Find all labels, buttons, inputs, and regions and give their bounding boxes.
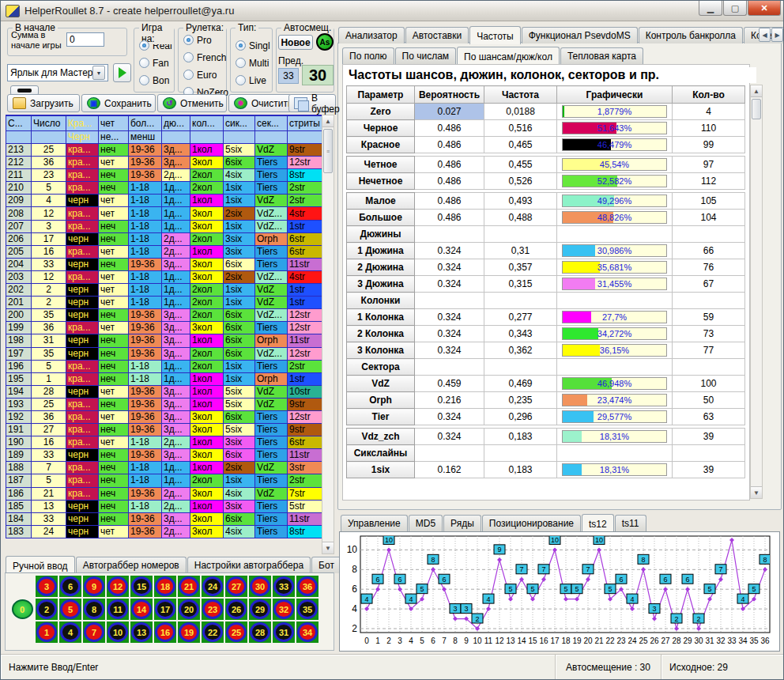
freq-param[interactable]: 3 Дюжина <box>347 276 415 293</box>
clipboard-button[interactable]: В буфер <box>288 94 336 112</box>
radio-roulette-pro[interactable]: Pro <box>183 33 226 47</box>
table-row[interactable]: 19735черннеч19-363д...2кол6sixVdZ...12st… <box>6 347 322 360</box>
number-button-13[interactable]: 13 <box>130 621 153 643</box>
tab-функционал-psevdoms[interactable]: Функционал PsevdoMS <box>522 27 638 43</box>
number-button-35[interactable]: 35 <box>296 599 318 620</box>
freq-param[interactable]: Сектора <box>347 359 415 376</box>
radio-icon[interactable] <box>236 75 246 85</box>
maximize-icon[interactable]: ▢ <box>723 1 747 16</box>
number-button-0[interactable]: 0 <box>10 599 34 620</box>
table-row[interactable]: 18513черннеч1-182д...1кол3sixTiers5str <box>6 500 322 512</box>
table-row[interactable]: 20433черннеч19-363д...3кол6sixTiers11str <box>6 258 322 270</box>
radio-roulette-french[interactable]: French <box>183 51 226 64</box>
number-button-24[interactable]: 24 <box>202 576 224 597</box>
history-scrollbar[interactable]: ▲ ≡ ▼ <box>322 115 334 554</box>
radio-icon[interactable] <box>236 58 246 68</box>
tab-анализатор[interactable]: Анализатор <box>338 27 405 43</box>
table-row[interactable]: 21325кра...неч19-363д...1кол5sixVdZ9str <box>6 144 322 157</box>
number-button-17[interactable]: 17 <box>154 599 176 620</box>
number-button-1[interactable]: 1 <box>36 621 58 643</box>
tab-ряды[interactable]: Ряды <box>443 515 481 531</box>
subtab-тепловая-карта[interactable]: Тепловая карта <box>560 47 643 64</box>
number-button-25[interactable]: 25 <box>225 621 247 643</box>
table-row[interactable]: 19127кра...неч19-363д...3кол5sixTiers9st… <box>6 424 322 436</box>
start-sum-input[interactable] <box>66 32 104 47</box>
play-button[interactable] <box>113 63 131 82</box>
number-button-8[interactable]: 8 <box>83 599 105 620</box>
clear-button[interactable]: ✸Очистить <box>228 94 292 112</box>
tab-позиционирование[interactable]: Позиционирование <box>482 515 581 531</box>
freq-param[interactable]: 3 Колонка <box>347 342 415 359</box>
scroll-up-icon[interactable]: ▲ <box>751 85 762 97</box>
table-row[interactable]: 21236кра...чет19-363д...3кол6sixTiers12s… <box>6 157 322 169</box>
radio-type-live[interactable]: Live <box>236 74 272 87</box>
number-button-34[interactable]: 34 <box>296 621 318 643</box>
number-button-6[interactable]: 6 <box>59 576 81 597</box>
number-button-9[interactable]: 9 <box>83 576 105 597</box>
number-button-15[interactable]: 15 <box>130 576 153 597</box>
number-button-22[interactable]: 22 <box>202 621 224 643</box>
subtab-по-полю[interactable]: По полю <box>342 47 394 64</box>
table-row[interactable]: 20035черннеч19-363д...2кол6sixVdZ...12st… <box>6 309 322 322</box>
freq-param[interactable]: Большое <box>347 210 415 226</box>
freq-param[interactable]: 2 Дюжина <box>347 259 415 276</box>
undo-button[interactable]: ↺Отменить <box>157 94 227 112</box>
tab-ts12[interactable]: ts12 <box>582 514 614 532</box>
table-row[interactable]: 20516кра...чет1-182д...1кол3sixTiers6str <box>6 245 322 258</box>
table-row[interactable]: 18433черннеч19-363д...3кол6sixTiers11str <box>6 512 322 525</box>
number-button-2[interactable]: 2 <box>36 599 58 620</box>
number-button-29[interactable]: 29 <box>249 599 271 620</box>
radio-icon[interactable] <box>139 40 149 51</box>
freq-param[interactable]: Колонки <box>347 293 415 309</box>
radio-icon[interactable] <box>183 35 194 45</box>
table-row[interactable]: 18933черннеч19-363д...3кол6sixTiers11str <box>6 449 322 462</box>
tabs-scroll-left-icon[interactable]: ◀ <box>759 28 771 42</box>
tab-частоты[interactable]: Частоты <box>469 26 521 44</box>
radio-type-multi[interactable]: Multi <box>236 56 272 70</box>
tab-контроль-банкролла[interactable]: Контроль банкролла <box>639 27 743 43</box>
tab-управление[interactable]: Управление <box>341 515 408 531</box>
freq-param[interactable]: Vdz_zch <box>347 429 415 445</box>
tab-ts11[interactable]: ts11 <box>615 515 646 531</box>
number-button-14[interactable]: 14 <box>130 599 153 620</box>
radio-roulette-euro[interactable]: Euro <box>183 68 226 81</box>
folder-open-button[interactable]: Загрузить <box>7 94 80 112</box>
scroll-up-icon[interactable]: ▲ <box>322 115 334 127</box>
number-button-23[interactable]: 23 <box>202 599 224 620</box>
table-row[interactable]: 19236кра...чет19-363д...3кол6sixTiers12s… <box>6 410 322 423</box>
subtab-по-шансам-дюж-кол[interactable]: По шансам/дюж/кол <box>457 47 560 65</box>
frequencies-scrollbar[interactable]: ▲ ▼ <box>750 85 763 499</box>
tab-бот[interactable]: Бот <box>311 557 341 573</box>
table-row[interactable]: 1965кра...неч1-181д...2кол1sixTiers2str <box>6 360 322 372</box>
new-button[interactable]: Новое <box>278 35 313 50</box>
radio-type-singl[interactable]: Singl <box>236 39 272 52</box>
freq-param[interactable]: 1 Дюжина <box>347 243 415 259</box>
tab-md5[interactable]: MD5 <box>409 515 443 531</box>
table-row[interactable]: 1951кра...неч1-181д...1кол1sixOrph1str <box>6 372 322 385</box>
freq-param[interactable]: 1 Колонка <box>347 309 415 326</box>
number-button-26[interactable]: 26 <box>225 599 247 620</box>
table-row[interactable]: 19428чернчет19-363д...1кол5sixVdZ10str <box>6 385 322 398</box>
table-row[interactable]: 18324чернчет19-362д...3кол4sixTiers8str <box>6 525 322 538</box>
number-button-18[interactable]: 18 <box>154 576 176 597</box>
freq-param[interactable]: 1six <box>347 462 415 478</box>
freq-param[interactable]: Черное <box>347 120 415 137</box>
freq-param[interactable]: Zero <box>347 104 415 120</box>
number-button-21[interactable]: 21 <box>178 576 200 597</box>
table-row[interactable]: 19325кра...неч19-363д...1кол5sixVdZ9str <box>6 398 322 410</box>
table-row[interactable]: 2094чернчет1-181д...1кол1sixVdZ2str <box>6 195 322 207</box>
number-button-30[interactable]: 30 <box>249 576 271 597</box>
table-row[interactable]: 19016кра...чет1-182д...1кол3sixTiers6str <box>6 436 322 449</box>
number-button-19[interactable]: 19 <box>178 621 200 643</box>
scroll-thumb[interactable] <box>752 99 761 119</box>
number-button-36[interactable]: 36 <box>296 576 318 597</box>
number-button-20[interactable]: 20 <box>178 599 200 620</box>
table-row[interactable]: 2105кра...неч1-181д...2кол1sixTiers2str <box>6 182 322 195</box>
number-button-12[interactable]: 12 <box>107 576 129 597</box>
table-row[interactable]: 20812кра...чет1-181д...3кол2sixVdZ...4st… <box>6 207 322 220</box>
tab-автоставки[interactable]: Автоставки <box>405 27 469 43</box>
number-button-11[interactable]: 11 <box>107 599 129 620</box>
freq-param[interactable]: Малое <box>347 193 415 210</box>
table-row[interactable]: 2012чернчет1-181д...2кол1sixVdZ1str <box>6 297 322 309</box>
freq-param[interactable]: Дюжины <box>347 226 415 243</box>
